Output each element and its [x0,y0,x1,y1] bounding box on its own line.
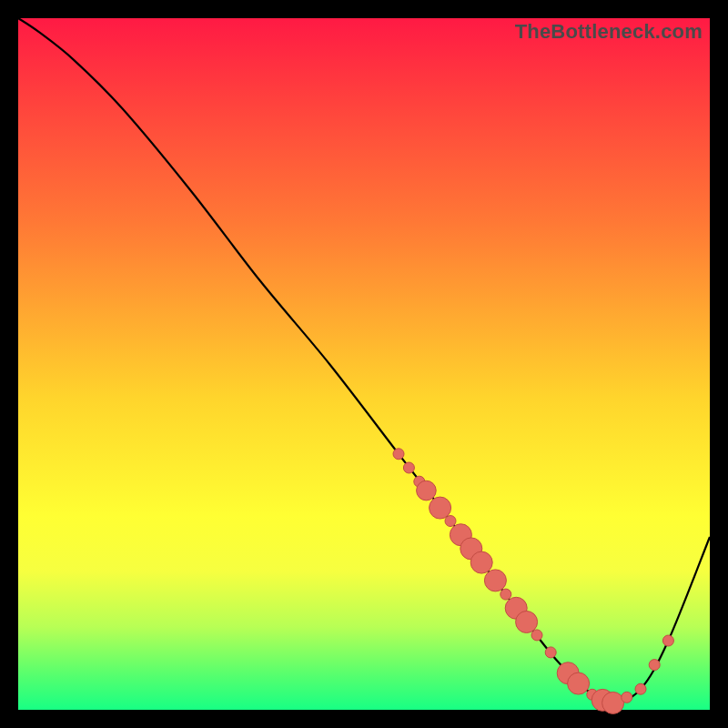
curve-marker [484,570,506,592]
curve-marker [662,635,673,646]
curve-marker [649,660,660,671]
curve-marker [568,672,590,694]
curve-marker [516,611,538,632]
curve-marker [417,480,437,500]
curve-marker [635,683,646,694]
curve-marker [545,647,556,658]
curve-marker [500,589,511,600]
curve-marker [531,630,542,641]
watermark-text: TheBottleneck.com [515,20,703,44]
curve-marker [393,449,404,460]
curve-marker [430,497,451,519]
chart-frame: TheBottleneck.com [18,18,710,710]
curve-markers [393,449,673,714]
curve-layer [18,18,710,710]
plot-area [18,18,710,710]
curve-marker [622,692,632,703]
curve-marker [470,551,492,573]
curve-marker [602,692,624,713]
curve-marker [403,462,414,473]
bottleneck-curve [18,18,710,703]
curve-marker [445,516,456,527]
